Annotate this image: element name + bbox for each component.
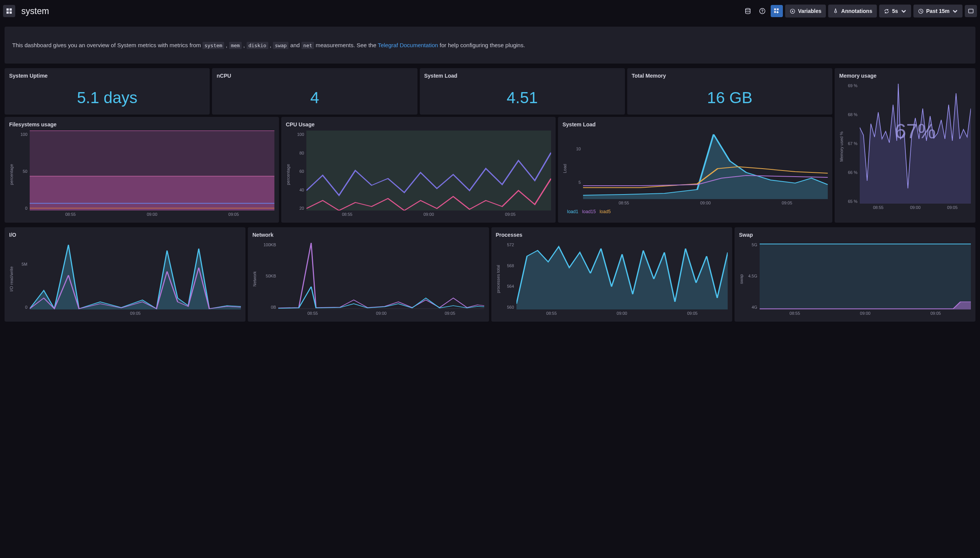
- chart-svg: [760, 241, 971, 309]
- svg-rect-0: [7, 8, 9, 11]
- chart-svg: [29, 131, 274, 210]
- legend-load15[interactable]: load15: [582, 209, 596, 214]
- panel-title: System Load: [562, 121, 828, 128]
- info-banner: This dashboard gives you an overview of …: [5, 27, 975, 64]
- svg-rect-2: [7, 11, 9, 14]
- panel-title: Memory usage: [839, 73, 971, 79]
- panel-io[interactable]: I/O I/O read/write 5M 0: [5, 227, 246, 322]
- panel-uptime[interactable]: System Uptime 5.1 days: [5, 68, 210, 115]
- svg-rect-9: [774, 11, 776, 13]
- panel-title: System Uptime: [9, 73, 205, 79]
- stat-value: 5.1 days: [9, 82, 205, 110]
- x-ticks: 08:55 09:00 09:05: [583, 199, 828, 205]
- y-axis-label: swap: [739, 241, 744, 317]
- y-ticks: 100 80 60 40 20: [290, 131, 306, 218]
- code-mem: mem: [229, 42, 242, 49]
- topbar-right: ? Variables Annotations 5s Past 15m: [742, 5, 977, 18]
- chart-svg: [306, 131, 551, 210]
- panel-system-load-stat[interactable]: System Load 4.51: [420, 68, 625, 115]
- code-diskio: diskio: [247, 42, 268, 49]
- svg-rect-8: [777, 8, 778, 10]
- y-axis-label: Network: [252, 241, 257, 317]
- datasource-icon[interactable]: [742, 5, 754, 17]
- annotations-button[interactable]: Annotations: [828, 5, 877, 18]
- panel-ncpu[interactable]: nCPU 4: [212, 68, 417, 115]
- y-ticks: 10 5: [567, 131, 583, 207]
- dashboards-icon[interactable]: [3, 5, 15, 17]
- x-ticks: 08:55 09:00 09:05: [516, 309, 728, 315]
- add-cell-icon[interactable]: [771, 5, 783, 17]
- y-ticks: 572 568 564 560: [500, 241, 516, 317]
- panel-title: nCPU: [216, 73, 413, 79]
- x-ticks: 09:05: [29, 309, 241, 315]
- code-system: system: [202, 42, 224, 49]
- panel-filesystems[interactable]: Filesystems usage percentage 100 50 0: [5, 117, 279, 223]
- x-ticks: 08:55 09:00 09:05: [760, 309, 971, 315]
- page-title: system: [21, 6, 49, 16]
- topbar: system ? Variables Annotations 5s Past 1…: [0, 0, 980, 22]
- panel-title: Filesystems usage: [9, 121, 274, 128]
- legend-load5[interactable]: load5: [600, 209, 610, 214]
- dashboard-grid: System Uptime 5.1 days nCPU 4 System Loa…: [0, 68, 980, 326]
- panel-title: CPU Usage: [286, 121, 551, 128]
- variables-label: Variables: [798, 8, 822, 14]
- svg-rect-3: [10, 11, 12, 14]
- telegraf-doc-link[interactable]: Telegraf Documentation: [378, 42, 438, 48]
- svg-marker-21: [583, 135, 828, 199]
- svg-rect-26: [760, 244, 971, 309]
- panel-title: I/O: [9, 232, 241, 238]
- chart-svg: [516, 241, 728, 309]
- x-ticks: 08:55 09:00 09:05: [278, 309, 484, 315]
- topbar-left: system: [3, 5, 49, 17]
- panel-memory-usage[interactable]: Memory usage Memory used % 69 % 68 % 67 …: [835, 68, 975, 223]
- legend: load1 load15 load5: [562, 209, 828, 214]
- panel-swap[interactable]: Swap swap 5G 4.5G 4G 08:55: [734, 227, 975, 322]
- y-axis-label: Memory used %: [839, 82, 844, 211]
- svg-rect-1: [10, 8, 12, 11]
- stat-value: 4: [216, 82, 413, 110]
- svg-point-11: [792, 10, 793, 12]
- y-ticks: 5G 4.5G 4G: [744, 241, 760, 317]
- svg-rect-15: [29, 176, 274, 210]
- panel-total-memory[interactable]: Total Memory 16 GB: [627, 68, 833, 115]
- help-icon[interactable]: ?: [756, 5, 769, 17]
- y-axis-label: I/O read/write: [9, 241, 14, 317]
- time-range-label: Past 15m: [926, 8, 950, 14]
- code-swap: swap: [273, 42, 288, 49]
- panel-cpu-usage[interactable]: CPU Usage percentage 100 80 60 40 20: [281, 117, 556, 223]
- stat-value: 4.51: [424, 82, 620, 110]
- time-range-button[interactable]: Past 15m: [913, 5, 962, 18]
- panel-title: Swap: [739, 232, 971, 238]
- y-axis-label: processes total: [496, 241, 500, 317]
- panel-title: Processes: [496, 232, 728, 238]
- svg-rect-7: [774, 8, 776, 10]
- x-ticks: 08:55 09:00 09:05: [29, 210, 274, 217]
- y-axis-label: percentage: [9, 131, 14, 218]
- chevron-down-icon: [901, 8, 906, 14]
- y-axis-label: percentage: [286, 131, 290, 218]
- chevron-down-icon: [952, 8, 958, 14]
- svg-rect-20: [306, 131, 551, 210]
- svg-marker-22: [860, 84, 971, 204]
- chart-svg: [583, 131, 828, 199]
- y-ticks: 100KB 50KB 0B: [257, 241, 278, 317]
- y-axis-label: Load: [562, 131, 567, 207]
- code-net: net: [302, 42, 314, 49]
- svg-rect-13: [969, 9, 973, 13]
- y-ticks: 5M 0: [14, 241, 29, 317]
- panel-title: Network: [252, 232, 484, 238]
- legend-load1[interactable]: load1: [567, 209, 578, 214]
- panel-network[interactable]: Network Network 100KB 50KB 0B 08:55: [248, 227, 489, 322]
- variables-button[interactable]: Variables: [785, 5, 826, 18]
- refresh-interval-label: 5s: [892, 8, 898, 14]
- chart-svg: [29, 241, 241, 309]
- svg-point-4: [746, 8, 750, 10]
- panel-system-load-chart[interactable]: System Load Load 10 5: [558, 117, 833, 223]
- panel-processes[interactable]: Processes processes total 572 568 564 56…: [491, 227, 732, 322]
- fullscreen-icon[interactable]: [965, 5, 977, 17]
- refresh-interval-button[interactable]: 5s: [879, 5, 911, 18]
- stat-value: 16 GB: [632, 82, 828, 110]
- x-ticks: 08:55 09:00 09:05: [860, 204, 971, 210]
- annotations-label: Annotations: [841, 8, 872, 14]
- panel-title: System Load: [424, 73, 620, 79]
